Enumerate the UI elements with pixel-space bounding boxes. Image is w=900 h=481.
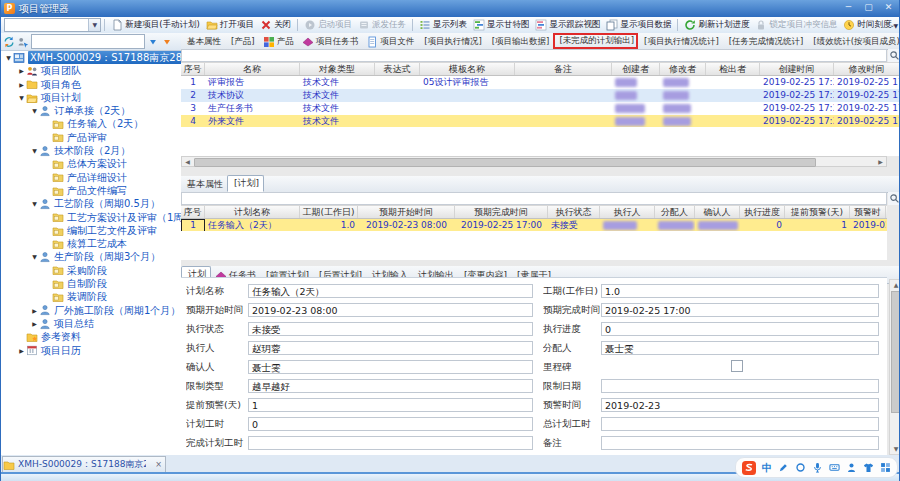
tree-item[interactable]: ▼项目计划 (1, 91, 181, 104)
toolbar-button-show-track-view[interactable]: 显示跟踪视图 (533, 18, 602, 32)
toolbar-button-show-list[interactable]: 显示列表 (417, 18, 469, 32)
tree-item[interactable]: ▶项目日历 (1, 344, 181, 357)
tray-microphone-icon[interactable] (812, 462, 823, 473)
form-input[interactable]: 1.0 (601, 284, 879, 298)
form-input[interactable]: 赵玥蓉 (248, 341, 533, 355)
form-input[interactable]: 0 (601, 322, 879, 336)
tree-expander-icon[interactable]: ▶ (17, 344, 26, 357)
column-header[interactable]: 名称 (205, 63, 300, 75)
tabstrip-overflow-icon[interactable]: ⌄ (887, 37, 893, 45)
form-input[interactable] (601, 379, 879, 393)
tree-item[interactable]: 自制阶段 (1, 277, 181, 290)
tree-item[interactable]: ▼订单承接（2天） (1, 104, 181, 117)
toolbar-button-new-project[interactable]: 新建项目(手动计划) (109, 18, 202, 32)
column-header[interactable]: 确认人 (695, 206, 740, 218)
middle-filter-input[interactable] (181, 192, 887, 205)
toolbar-overflow-icon[interactable]: ⌄ (889, 21, 895, 29)
project-combo[interactable]: ▼ (4, 18, 101, 32)
tree-item[interactable]: 产品评审 (1, 131, 181, 144)
tree-expander-icon[interactable]: ▼ (4, 51, 13, 64)
table-row[interactable]: 3生产任务书技术文件2019-02-25 17:332019-02-25 17:… (181, 102, 900, 115)
horizontal-scrollbar[interactable]: ◀ ▶ (181, 156, 887, 167)
column-header[interactable]: 分配人 (655, 206, 695, 218)
close-project-tab-icon[interactable]: × (155, 460, 162, 469)
tab-项目文件[interactable]: 项目文件 (362, 34, 418, 49)
form-input[interactable]: 0 (248, 417, 533, 431)
tree-item[interactable]: ▼工艺阶段（周期0.5月） (1, 197, 181, 210)
middle-tab-计划[interactable]: [计划] (227, 175, 264, 192)
column-header[interactable]: 修改时间 (834, 63, 900, 75)
form-input[interactable] (601, 436, 879, 450)
tree-refresh-icon[interactable] (2, 35, 15, 48)
tab-产品[interactable]: 产品 (259, 34, 298, 49)
tree-item[interactable]: 装调阶段 (1, 290, 181, 303)
tree-expander-icon[interactable]: ▼ (17, 91, 26, 104)
toolbar-button-dispatch-task[interactable]: 派发任务 (356, 18, 408, 32)
column-header[interactable]: 序号 (181, 63, 205, 75)
column-header[interactable]: 提前预警(天) (785, 206, 850, 218)
tab-基本属性[interactable]: 基本属性 (181, 34, 225, 49)
form-input[interactable]: 2019-02-25 17:00 (601, 303, 879, 317)
tray-keyboard-icon[interactable] (829, 462, 840, 473)
toolbar-button-refresh-plan-progress[interactable]: 刷新计划进度 (682, 18, 751, 32)
tab-项目执行情况[interactable]: [项目执行情况] (418, 34, 486, 49)
column-header[interactable]: 备注 (515, 63, 612, 75)
column-header[interactable]: 表达式 (375, 63, 420, 75)
tree-item[interactable]: ▶项目总结 (1, 317, 181, 330)
column-header[interactable]: 计划名称 (205, 206, 300, 218)
open-project-tab[interactable]: XMH-S000029：S17188南京28号... × (2, 456, 166, 473)
tree-expander-icon[interactable]: ▼ (30, 104, 39, 117)
tree-filter-orange-icon[interactable] (160, 35, 173, 48)
tab-项目输出数据[interactable]: [项目输出数据] (486, 34, 554, 49)
vscroll-thumb[interactable] (891, 291, 900, 413)
column-header[interactable]: 预警时间 (850, 206, 886, 218)
tree-item[interactable]: ▶项目角色 (1, 78, 181, 91)
tree-item[interactable]: ▶项目团队 (1, 64, 181, 77)
tree-expander-icon[interactable]: ▶ (30, 304, 39, 317)
tree-item[interactable]: 产品详细设计 (1, 171, 181, 184)
column-header[interactable]: 检出者 (706, 63, 760, 75)
close-button[interactable]: ✕ (880, 1, 897, 14)
tree-expander-icon[interactable]: ▼ (30, 144, 39, 157)
column-header[interactable]: 对象类型 (300, 63, 375, 75)
tree-item[interactable]: ▼XMH-S000029：S17188南京28号项目 (1, 51, 181, 64)
form-input[interactable]: 2019-02-23 (601, 398, 879, 412)
search-icon[interactable] (888, 49, 900, 62)
form-input[interactable]: 任务输入（2天） (248, 284, 533, 298)
milestone-checkbox[interactable] (731, 360, 743, 372)
vertical-scrollbar[interactable]: ▲ ▼ (889, 279, 900, 455)
form-input[interactable]: 聂士雯 (601, 341, 879, 355)
form-input[interactable]: 1 (248, 398, 533, 412)
tree-item[interactable]: 采购阶段 (1, 264, 181, 277)
tree-item[interactable]: 核算工艺成本 (1, 237, 181, 250)
tray-person-icon[interactable] (846, 462, 857, 473)
tray-grid-icon[interactable] (880, 462, 891, 473)
tab-产品[interactable]: [产品] (225, 34, 259, 49)
tray-shirt-icon[interactable] (863, 462, 874, 473)
column-header[interactable]: 序号 (181, 206, 205, 218)
tab-任务完成情况统计[interactable]: [任务完成情况统计] (723, 34, 808, 49)
tree-expander-icon[interactable]: ▶ (17, 78, 26, 91)
tree-filter-blue-icon[interactable] (146, 35, 159, 48)
tree-item[interactable]: 工艺方案设计及评审（1周） (1, 211, 181, 224)
form-input[interactable] (601, 417, 879, 431)
maximize-button[interactable]: ▢ (860, 1, 877, 14)
column-header[interactable]: 修改者 (660, 63, 706, 75)
column-header[interactable]: 工期(工作日) (300, 206, 358, 218)
middle-tab-基本属性[interactable]: 基本属性 (181, 177, 227, 192)
sogou-logo-icon[interactable] (742, 461, 756, 475)
tree-expander-icon[interactable]: ▶ (30, 317, 39, 330)
tree-item[interactable]: 总体方案设计 (1, 157, 181, 170)
toolbar-button-show-gantt[interactable]: 显示甘特图 (471, 18, 532, 32)
toolbar-button-close-project[interactable]: 关闭 (258, 18, 293, 32)
combo-dropdown-icon[interactable]: ▼ (88, 19, 100, 31)
tab-项目执行情况统计[interactable]: [项目执行情况统计] (638, 34, 723, 49)
tree-item[interactable]: ▼技术阶段（2月） (1, 144, 181, 157)
search-icon[interactable] (888, 192, 900, 205)
toolbar-button-show-project-data[interactable]: 显示项目数据 (604, 18, 673, 32)
tray-circle-icon[interactable] (795, 462, 806, 473)
top-filter-input[interactable] (181, 49, 887, 62)
tree-item[interactable]: ▶厂外施工阶段（周期1个月） (1, 304, 181, 317)
tree-item[interactable]: 参考资料 (1, 330, 181, 343)
tree-item[interactable]: ▼生产阶段（周期3个月） (1, 250, 181, 263)
